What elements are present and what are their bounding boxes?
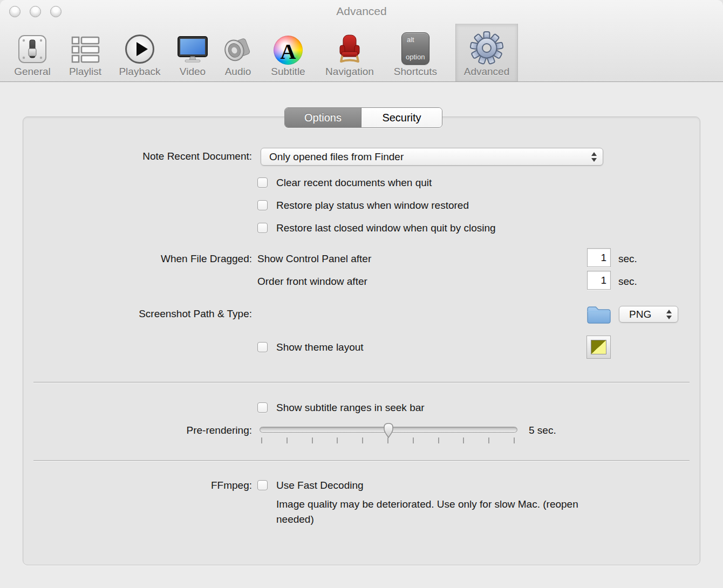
option-key-icon: alt option [401,32,429,65]
theme-color-well[interactable] [586,336,611,359]
window-chrome: Advanced General [0,0,723,82]
play-icon [124,33,155,65]
ffmpeg-label: FFmpeg: [22,478,252,493]
preferences-window: Advanced General [0,0,723,588]
toolbar-label: Video [180,66,206,78]
clear-recent-checkbox[interactable] [257,177,268,188]
toolbar-item-shortcuts[interactable]: alt option Shortcuts [384,24,447,81]
popup-arrows-icon [591,152,597,162]
screenshot-folder-button[interactable] [586,304,611,327]
switch-icon [17,33,48,65]
display-icon [176,33,209,65]
pre-rendering-label: Pre-rendering: [22,423,252,437]
option-key-alt-text: alt [407,36,414,44]
restore-last-closed-checkbox[interactable] [257,223,268,233]
toolbar-item-subtitle[interactable]: A Subtitle [263,24,313,81]
show-control-panel-label: Show Control Panel after [257,252,371,266]
pre-rendering-value: 5 sec. [529,423,556,437]
toolbar-label: Navigation [325,66,374,78]
tab-bar: Options Security [284,107,442,128]
tab-security[interactable]: Security [362,108,442,127]
screenshot-type-value: PNG [619,309,651,320]
tab-options[interactable]: Options [285,108,362,127]
toolbar-label: Subtitle [271,66,305,78]
subtitle-glyph: A [274,37,303,66]
restore-last-closed-label: Restore last closed window when quit by … [276,221,496,235]
fast-decoding-description-line2: needed) [276,512,578,527]
toolbar-label: Playlist [69,66,101,78]
fast-decoding-description: Image quality may be deteriorated. Use o… [276,497,578,527]
section-divider [33,460,690,461]
option-key-option-text: option [406,53,425,61]
restore-play-status-label: Restore play status when window restored [276,199,469,213]
note-recent-label: Note Recent Document: [22,149,252,163]
letter-a-icon: A [274,36,303,65]
speaker-icon [222,33,254,65]
chair-icon [334,33,365,65]
toolbar-label: Audio [225,66,251,78]
folder-icon [586,304,611,324]
use-fast-decoding-label: Use Fast Decoding [276,478,364,493]
control-panel-delay-input[interactable] [587,248,611,267]
theme-color-swatch [591,340,606,354]
slider-ticks [261,437,515,443]
clear-recent-label: Clear recent documents when quit [276,176,432,190]
toolbar-item-audio[interactable]: Audio [215,24,261,81]
toolbar-item-playlist[interactable]: Playlist [58,24,112,81]
toolbar-label: Shortcuts [394,66,437,78]
fast-decoding-description-line1: Image quality may be deteriorated. Use o… [276,497,578,512]
popup-arrows-icon [666,310,672,319]
order-front-window-label: Order front window after [257,275,367,289]
control-panel-delay-unit: sec. [618,252,637,266]
section-divider [33,382,690,382]
toolbar-item-playback[interactable]: Playback [112,24,167,81]
use-fast-decoding-checkbox[interactable] [257,480,268,490]
toolbar-item-advanced[interactable]: Advanced [455,24,518,81]
subtitle-ranges-checkbox[interactable] [257,402,268,413]
gear-icon [470,31,503,65]
screenshot-type-popup[interactable]: PNG [619,306,678,323]
toolbar-item-general[interactable]: General [5,24,59,81]
order-front-delay-input[interactable] [587,271,611,290]
toolbar-label: Playback [119,66,160,78]
screenshot-path-type-label: Screenshot Path & Type: [22,307,252,321]
toolbar-label: Advanced [464,66,510,78]
window-title: Advanced [0,5,723,18]
order-front-delay-unit: sec. [618,275,637,289]
subtitle-ranges-label: Show subtitle ranges in seek bar [276,401,425,415]
toolbar-item-video[interactable]: Video [167,24,218,81]
when-file-dragged-label: When File Dragged: [22,252,252,266]
note-recent-popup[interactable]: Only opened files from Finder [261,148,603,166]
toolbar-item-navigation[interactable]: Navigation [317,24,382,81]
show-theme-layout-checkbox[interactable] [257,342,268,352]
note-recent-popup-value: Only opened files from Finder [261,151,404,163]
restore-play-status-checkbox[interactable] [257,200,268,210]
list-icon [70,33,101,65]
toolbar-label: General [14,66,51,78]
show-theme-layout-label: Show theme layout [276,340,364,354]
